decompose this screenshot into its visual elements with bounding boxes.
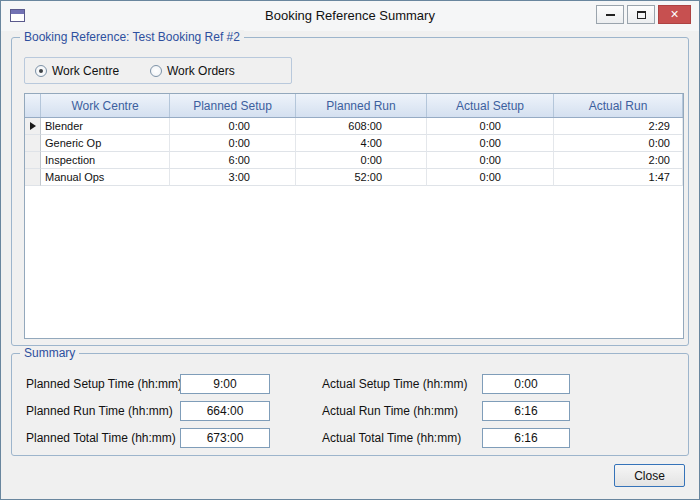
input-planned-run-time[interactable] (180, 401, 270, 421)
titlebar[interactable]: Booking Reference Summary × (1, 1, 699, 31)
close-button[interactable]: Close (614, 464, 685, 487)
input-planned-setup-time[interactable] (180, 374, 270, 394)
radio-work-orders-label: Work Orders (167, 64, 235, 78)
label-planned-setup-time: Planned Setup Time (hh:mm) (26, 374, 182, 394)
cell-work-centre: Inspection (41, 152, 170, 169)
current-row-arrow (30, 122, 36, 130)
label-planned-total-time: Planned Total Time (hh:mm) (26, 428, 176, 448)
cell-planned-run: 52:00 (296, 169, 427, 186)
cell-planned-setup: 6:00 (170, 152, 296, 169)
cell-planned-setup: 3:00 (170, 169, 296, 186)
cell-actual-setup: 0:00 (427, 169, 554, 186)
cell-planned-setup: 0:00 (170, 118, 296, 135)
radio-unselected-icon (150, 65, 162, 77)
grid-row[interactable]: Generic Op 0:00 4:00 0:00 0:00 (25, 135, 683, 152)
radio-selected-icon (35, 65, 47, 77)
cell-actual-run: 1:47 (554, 169, 683, 186)
cell-planned-run: 0:00 (296, 152, 427, 169)
grid-row[interactable]: Inspection 6:00 0:00 0:00 2:00 (25, 152, 683, 169)
cell-work-centre: Blender (41, 118, 170, 135)
label-actual-total-time: Actual Total Time (hh:mm) (322, 428, 461, 448)
cell-actual-run: 0:00 (554, 135, 683, 152)
label-planned-run-time: Planned Run Time (hh:mm) (26, 401, 173, 421)
grid-header-planned-run[interactable]: Planned Run (296, 94, 427, 117)
maximize-button[interactable] (627, 5, 655, 24)
work-centre-grid: Work Centre Planned Setup Planned Run Ac… (24, 93, 684, 339)
cell-planned-run: 4:00 (296, 135, 427, 152)
row-selector (25, 135, 41, 152)
cell-actual-setup: 0:00 (427, 152, 554, 169)
row-selector (25, 118, 41, 135)
grid-header-planned-setup[interactable]: Planned Setup (170, 94, 296, 117)
minimize-icon (606, 14, 615, 16)
minimize-button[interactable] (596, 5, 624, 24)
row-selector (25, 152, 41, 169)
summary-group-title: Summary (20, 346, 79, 360)
grid-row[interactable]: Manual Ops 3:00 52:00 0:00 1:47 (25, 169, 683, 186)
grid-header-actual-setup[interactable]: Actual Setup (427, 94, 554, 117)
close-icon: × (670, 6, 678, 23)
radio-work-centre-label: Work Centre (52, 64, 119, 78)
grid-header-selector (25, 94, 41, 117)
cell-work-centre: Manual Ops (41, 169, 170, 186)
close-window-button[interactable]: × (658, 5, 691, 24)
input-actual-total-time[interactable] (482, 428, 570, 448)
input-actual-setup-time[interactable] (482, 374, 570, 394)
window-title: Booking Reference Summary (1, 1, 699, 31)
grid-header: Work Centre Planned Setup Planned Run Ac… (25, 94, 683, 118)
input-actual-run-time[interactable] (482, 401, 570, 421)
radio-work-centre[interactable]: Work Centre (35, 64, 150, 78)
cell-actual-setup: 0:00 (427, 118, 554, 135)
cell-work-centre: Generic Op (41, 135, 170, 152)
row-selector (25, 169, 41, 186)
input-planned-total-time[interactable] (180, 428, 270, 448)
maximize-icon (637, 11, 646, 19)
booking-reference-group-title: Booking Reference: Test Booking Ref #2 (20, 30, 244, 44)
window-controls: × (596, 5, 691, 24)
cell-actual-run: 2:29 (554, 118, 683, 135)
booking-reference-groupbox: Booking Reference: Test Booking Ref #2 W… (11, 37, 689, 346)
dialog-window: Booking Reference Summary × Booking Refe… (0, 0, 700, 500)
label-actual-setup-time: Actual Setup Time (hh:mm) (322, 374, 467, 394)
label-actual-run-time: Actual Run Time (hh:mm) (322, 401, 458, 421)
cell-planned-setup: 0:00 (170, 135, 296, 152)
grid-header-actual-run[interactable]: Actual Run (554, 94, 683, 117)
cell-actual-run: 2:00 (554, 152, 683, 169)
radio-panel: Work Centre Work Orders (24, 57, 292, 84)
cell-actual-setup: 0:00 (427, 135, 554, 152)
grid-header-work-centre[interactable]: Work Centre (41, 94, 170, 117)
summary-groupbox: Summary Planned Setup Time (hh:mm) Plann… (11, 353, 689, 456)
radio-work-orders[interactable]: Work Orders (150, 64, 235, 78)
cell-planned-run: 608:00 (296, 118, 427, 135)
grid-row[interactable]: Blender 0:00 608:00 0:00 2:29 (25, 118, 683, 135)
